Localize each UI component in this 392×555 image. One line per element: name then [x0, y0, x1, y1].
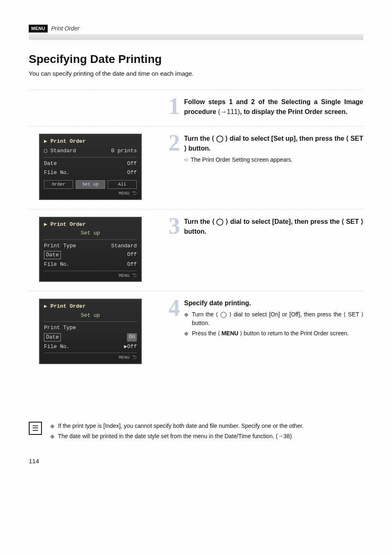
lcd-r2k-selected: Date: [44, 333, 61, 341]
lcd-subhead: Set up: [44, 230, 137, 237]
step-4-bullet-1: ◆ Turn the ⟨ ◯ ⟩ dial to select [On] or …: [184, 310, 363, 327]
notes-box: ☰ ◆ If the print type is [Index], you ca…: [29, 422, 363, 442]
lcd-r3k: File No.: [44, 261, 69, 268]
step-4-b2b: MENU: [221, 330, 238, 337]
lcd-tab-order: Order: [44, 180, 73, 189]
step-1: 1 Follow steps 1 and 2 of the Selecting …: [29, 97, 363, 117]
lcd-subhead: Set up: [44, 312, 137, 319]
step-2-sub: ➪The Print Order Setting screen appears.: [184, 156, 363, 164]
step-4-bullet-2: ◆ Press the ⟨ MENU ⟩ button to return to…: [184, 329, 363, 338]
lcd-foot: MENU ⮌: [44, 355, 137, 361]
lcd-tab-setup: Set up: [76, 180, 105, 189]
step-1-text-b: , to display the Print Order screen.: [240, 108, 347, 115]
lcd-sub2: 0 prints: [111, 147, 137, 155]
step-2: ▶ Print Order ▢ Standard 0 prints DateOf…: [29, 134, 363, 200]
lcd-r1k: Date: [44, 160, 57, 167]
intro-text: You can specify printing of the date and…: [29, 70, 363, 78]
bullet-icon: ◆: [50, 432, 55, 441]
step-number-3: 3: [162, 217, 180, 237]
step-number-2: 2: [162, 134, 180, 164]
bullet-icon: ◆: [184, 310, 189, 327]
step-3: ▶ Print Order Set up Print TypeStandard …: [29, 217, 363, 282]
page-title: Specifying Date Printing: [29, 51, 363, 67]
bullet-icon: ◆: [50, 422, 55, 430]
step-4: ▶ Print Order Set up Print Type DateOn F…: [29, 299, 363, 364]
lcd-title: ▶ Print Order: [44, 221, 137, 228]
step-3-text: Turn the ⟨ ◯ ⟩ dial to select [Date], th…: [184, 217, 363, 237]
lcd-screenshot-3: ▶ Print Order Set up Print TypeStandard …: [39, 217, 142, 282]
step-number-4: 4: [162, 299, 180, 339]
lcd-r2k-selected: Date: [44, 251, 61, 259]
lcd-sub1: Standard: [51, 148, 76, 154]
divider: [29, 89, 363, 90]
lcd-foot: MENU ⮌: [44, 190, 137, 197]
note-1: ◆ If the print type is [Index], you cann…: [50, 422, 363, 430]
lcd-r3v: ▶Off: [124, 343, 137, 351]
divider: [29, 126, 363, 126]
note-icon: ☰: [29, 422, 42, 435]
bullet-icon: ◆: [184, 329, 189, 338]
lcd-screenshot-2: ▶ Print Order ▢ Standard 0 prints DateOf…: [39, 134, 142, 200]
lcd-r3v: Off: [127, 261, 137, 268]
divider: [29, 291, 363, 291]
breadcrumb: Print Order: [51, 25, 79, 33]
step-number-1: 1: [162, 97, 180, 117]
page-number: 114: [29, 457, 363, 465]
header-ribbon: [29, 34, 363, 40]
step-1-ref: (→111): [218, 108, 240, 115]
lcd-foot: MENU ⮌: [44, 273, 137, 279]
lcd-screenshot-4: ▶ Print Order Set up Print Type DateOn F…: [39, 299, 142, 364]
lcd-r1v: Off: [127, 160, 137, 167]
lcd-tab-all: All: [108, 180, 137, 189]
step-4-heading: Specify date printing.: [184, 299, 363, 308]
lcd-r1k: Print Type: [44, 324, 76, 332]
arrow-icon: ➪: [184, 156, 189, 163]
lcd-r2v: Off: [127, 169, 137, 176]
lcd-r3k: File No.: [44, 343, 69, 351]
menu-badge: MENU: [29, 25, 48, 33]
lcd-r1k: Print Type: [44, 242, 76, 250]
step-1-text: Follow steps 1 and 2 of the Selecting a …: [184, 97, 363, 117]
step-4-b2c: ⟩ button to return to the Print Order sc…: [240, 330, 349, 337]
divider: [29, 209, 363, 209]
step-4-b2a: Press the ⟨: [192, 330, 220, 337]
lcd-r1v: Standard: [111, 242, 137, 250]
step-2-text: Turn the ⟨ ◯ ⟩ dial to select [Set up], …: [184, 134, 363, 153]
lcd-title: ▶ Print Order: [44, 138, 137, 145]
note-2: ◆ The date will be printed in the date s…: [50, 432, 363, 441]
lcd-title: ▶ Print Order: [44, 303, 137, 310]
lcd-r2v-highlight: On: [127, 333, 137, 341]
lcd-r2k: File No.: [44, 169, 69, 176]
lcd-r2v: Off: [127, 251, 137, 259]
